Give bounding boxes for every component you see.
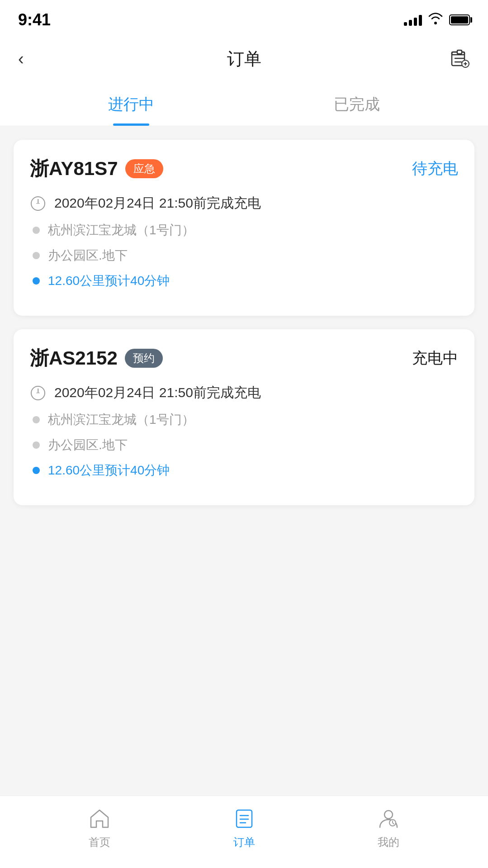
battery-icon <box>449 14 470 25</box>
location1-row-1: 杭州滨江宝龙城（1号门） <box>30 222 458 239</box>
wifi-icon <box>428 13 443 28</box>
card-header-2: 浙AS2152 预约 充电中 <box>30 346 458 371</box>
location2-text-1: 办公园区.地下 <box>48 247 128 264</box>
order-status-2: 充电中 <box>412 348 458 369</box>
bullet-2-1 <box>33 252 40 259</box>
order-status-1: 待充电 <box>412 158 458 179</box>
tab-completed[interactable]: 已完成 <box>244 81 470 126</box>
nav-home[interactable]: 首页 <box>27 806 172 849</box>
nav-order-label: 订单 <box>233 835 255 849</box>
bottom-nav: 首页 订单 我的 <box>0 796 488 868</box>
tabs: 进行中 已完成 <box>0 81 488 126</box>
header: ‹ 订单 <box>0 36 488 81</box>
profile-icon <box>376 806 401 831</box>
bullet-3-2 <box>33 467 40 474</box>
order-card-2[interactable]: 浙AS2152 预约 充电中 2020年02月24日 21:50前完成充电 杭州… <box>14 329 474 505</box>
tag-emergency-1: 应急 <box>125 159 163 178</box>
nav-home-label: 首页 <box>89 835 110 849</box>
datetime-row-1: 2020年02月24日 21:50前完成充电 <box>30 194 458 213</box>
svg-rect-2 <box>457 50 462 54</box>
page-title: 订单 <box>227 47 261 71</box>
datetime-text-2: 2020年02月24日 21:50前完成充电 <box>54 384 261 402</box>
datetime-row-2: 2020年02月24日 21:50前完成充电 <box>30 384 458 402</box>
bullet-2-2 <box>33 441 40 449</box>
status-icons <box>404 13 470 28</box>
distance-text-2: 12.60公里预计40分钟 <box>48 462 170 479</box>
location2-text-2: 办公园区.地下 <box>48 436 128 454</box>
order-icon <box>232 806 257 831</box>
plate-info-1: 浙AY81S7 应急 <box>30 156 163 181</box>
distance-row-2: 12.60公里预计40分钟 <box>30 462 458 479</box>
plate-number-2: 浙AS2152 <box>30 346 118 371</box>
plate-info-2: 浙AS2152 预约 <box>30 346 163 371</box>
tag-reservation-2: 预约 <box>125 349 163 368</box>
datetime-text-1: 2020年02月24日 21:50前完成充电 <box>54 194 261 213</box>
bullet-3-1 <box>33 277 40 285</box>
plate-number-1: 浙AY81S7 <box>30 156 118 181</box>
signal-icon <box>404 14 422 26</box>
card-header-1: 浙AY81S7 应急 待充电 <box>30 156 458 181</box>
distance-row-1: 12.60公里预计40分钟 <box>30 272 458 289</box>
order-card-1[interactable]: 浙AY81S7 应急 待充电 2020年02月24日 21:50前完成充电 杭州… <box>14 140 474 316</box>
order-list: 浙AY81S7 应急 待充电 2020年02月24日 21:50前完成充电 杭州… <box>0 126 488 519</box>
distance-text-1: 12.60公里预计40分钟 <box>48 272 170 289</box>
bullet-1-2 <box>33 416 40 423</box>
nav-profile-label: 我的 <box>378 835 399 849</box>
home-icon <box>87 806 112 831</box>
bullet-1-1 <box>33 227 40 234</box>
location1-row-2: 杭州滨江宝龙城（1号门） <box>30 411 458 428</box>
location2-row-2: 办公园区.地下 <box>30 436 458 454</box>
location1-text-1: 杭州滨江宝龙城（1号门） <box>48 222 194 239</box>
nav-order[interactable]: 订单 <box>172 806 317 849</box>
back-button[interactable]: ‹ <box>18 49 45 69</box>
nav-profile[interactable]: 我的 <box>316 806 461 849</box>
clock-icon-1 <box>30 195 46 212</box>
location1-text-2: 杭州滨江宝龙城（1号门） <box>48 411 194 428</box>
status-bar: 9:41 <box>0 0 488 36</box>
location2-row-1: 办公园区.地下 <box>30 247 458 264</box>
tab-in-progress[interactable]: 进行中 <box>18 81 244 126</box>
header-action-button[interactable] <box>443 48 470 69</box>
status-time: 9:41 <box>18 10 51 29</box>
clock-icon-2 <box>30 385 46 401</box>
svg-point-5 <box>384 811 393 819</box>
